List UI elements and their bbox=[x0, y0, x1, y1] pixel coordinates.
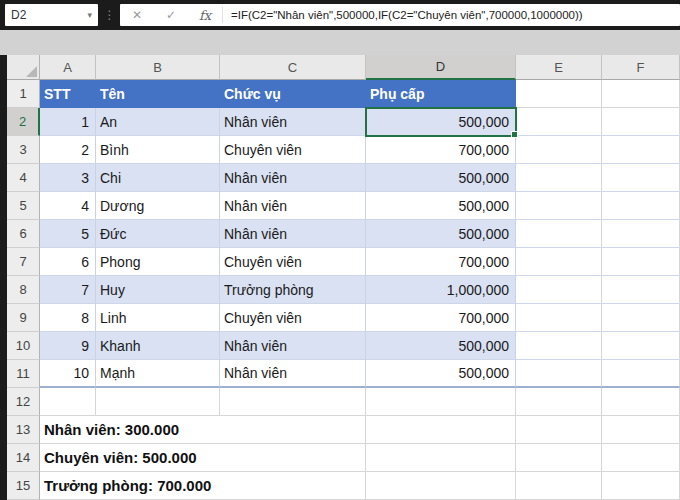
cell-A7[interactable]: 6 bbox=[40, 248, 96, 276]
cell-B1[interactable]: Tên bbox=[96, 80, 220, 108]
row-header-10[interactable]: 10 bbox=[7, 332, 40, 360]
cell-F11[interactable] bbox=[602, 360, 680, 388]
cell-D3[interactable]: 700,000 bbox=[366, 136, 516, 164]
cell-D9[interactable]: 700,000 bbox=[366, 304, 516, 332]
cell-C7[interactable]: Chuyên viên bbox=[220, 248, 366, 276]
cell-E2[interactable] bbox=[516, 108, 602, 136]
cell-E3[interactable] bbox=[516, 136, 602, 164]
cell-C4[interactable]: Nhân viên bbox=[220, 164, 366, 192]
cell-C2[interactable]: Nhân viên bbox=[220, 108, 366, 136]
cell-C6[interactable]: Nhân viên bbox=[220, 220, 366, 248]
cell-E1[interactable] bbox=[516, 80, 602, 108]
cell-B6[interactable]: Đức bbox=[96, 220, 220, 248]
cell-C10[interactable]: Nhân viên bbox=[220, 332, 366, 360]
cell-F15[interactable] bbox=[602, 472, 680, 500]
cell-B7[interactable]: Phong bbox=[96, 248, 220, 276]
row-header-12[interactable]: 12 bbox=[7, 388, 40, 416]
cell-A12[interactable] bbox=[40, 388, 96, 416]
cell-B4[interactable]: Chi bbox=[96, 164, 220, 192]
name-box[interactable]: D2 ▾ bbox=[5, 4, 98, 26]
column-header-C[interactable]: C bbox=[220, 55, 366, 80]
cancel-icon[interactable]: ✕ bbox=[120, 8, 154, 22]
cell-A6[interactable]: 5 bbox=[40, 220, 96, 248]
cell-C12[interactable] bbox=[220, 388, 366, 416]
cell-A14-note[interactable]: Chuyên viên: 500.000 bbox=[40, 444, 366, 472]
row-header-9[interactable]: 9 bbox=[7, 304, 40, 332]
enter-icon[interactable]: ✓ bbox=[154, 8, 188, 22]
row-header-3[interactable]: 3 bbox=[7, 136, 40, 164]
cell-D13[interactable] bbox=[366, 416, 516, 444]
row-header-13[interactable]: 13 bbox=[7, 416, 40, 444]
cell-A10[interactable]: 9 bbox=[40, 332, 96, 360]
cell-E4[interactable] bbox=[516, 164, 602, 192]
cell-A2[interactable]: 1 bbox=[40, 108, 96, 136]
cell-D15[interactable] bbox=[366, 472, 516, 500]
row-header-14[interactable]: 14 bbox=[7, 444, 40, 472]
cell-F12[interactable] bbox=[602, 388, 680, 416]
cell-A5[interactable]: 4 bbox=[40, 192, 96, 220]
cell-E14[interactable] bbox=[516, 444, 602, 472]
cell-B11[interactable]: Mạnh bbox=[96, 360, 220, 388]
cell-F5[interactable] bbox=[602, 192, 680, 220]
cell-D8[interactable]: 1,000,000 bbox=[366, 276, 516, 304]
cell-F7[interactable] bbox=[602, 248, 680, 276]
cell-A4[interactable]: 3 bbox=[40, 164, 96, 192]
cell-E7[interactable] bbox=[516, 248, 602, 276]
cell-A3[interactable]: 2 bbox=[40, 136, 96, 164]
cell-F9[interactable] bbox=[602, 304, 680, 332]
cell-D11[interactable]: 500,000 bbox=[366, 360, 516, 388]
row-header-5[interactable]: 5 bbox=[7, 192, 40, 220]
formula-input[interactable]: =IF(C2="Nhân viên",500000,IF(C2="Chuyên … bbox=[231, 9, 583, 21]
cell-D4[interactable]: 500,000 bbox=[366, 164, 516, 192]
column-header-A[interactable]: A bbox=[40, 55, 96, 80]
column-header-E[interactable]: E bbox=[516, 55, 602, 80]
cell-E5[interactable] bbox=[516, 192, 602, 220]
cell-D2-selected[interactable]: 500,000 bbox=[366, 108, 516, 136]
cell-A15-note[interactable]: Trưởng phòng: 700.000 bbox=[40, 472, 366, 500]
cell-B3[interactable]: Bình bbox=[96, 136, 220, 164]
cell-A9[interactable]: 8 bbox=[40, 304, 96, 332]
select-all-corner[interactable] bbox=[7, 55, 40, 80]
cell-E13[interactable] bbox=[516, 416, 602, 444]
cell-B2[interactable]: An bbox=[96, 108, 220, 136]
cell-A13-note[interactable]: Nhân viên: 300.000 bbox=[40, 416, 366, 444]
cell-D1[interactable]: Phụ cấp bbox=[366, 80, 516, 108]
cell-C11[interactable]: Nhân viên bbox=[220, 360, 366, 388]
row-header-7[interactable]: 7 bbox=[7, 248, 40, 276]
column-header-D[interactable]: D bbox=[366, 55, 516, 80]
cell-C8[interactable]: Trưởng phòng bbox=[220, 276, 366, 304]
row-header-11[interactable]: 11 bbox=[7, 360, 40, 388]
cell-B9[interactable]: Linh bbox=[96, 304, 220, 332]
cell-E12[interactable] bbox=[516, 388, 602, 416]
cell-A1[interactable]: STT bbox=[40, 80, 96, 108]
cell-E10[interactable] bbox=[516, 332, 602, 360]
cell-F6[interactable] bbox=[602, 220, 680, 248]
cell-F13[interactable] bbox=[602, 416, 680, 444]
cell-B10[interactable]: Khanh bbox=[96, 332, 220, 360]
cell-E6[interactable] bbox=[516, 220, 602, 248]
row-header-6[interactable]: 6 bbox=[7, 220, 40, 248]
row-header-4[interactable]: 4 bbox=[7, 164, 40, 192]
cell-C3[interactable]: Chuyên viên bbox=[220, 136, 366, 164]
cell-B5[interactable]: Dương bbox=[96, 192, 220, 220]
cell-E9[interactable] bbox=[516, 304, 602, 332]
insert-function-icon[interactable]: fx bbox=[188, 8, 222, 23]
column-header-F[interactable]: F bbox=[602, 55, 680, 80]
cell-F10[interactable] bbox=[602, 332, 680, 360]
row-header-1[interactable]: 1 bbox=[7, 80, 40, 108]
cell-D5[interactable]: 500,000 bbox=[366, 192, 516, 220]
name-box-dropdown-icon[interactable]: ▾ bbox=[87, 10, 92, 20]
cell-A11[interactable]: 10 bbox=[40, 360, 96, 388]
cell-F1[interactable] bbox=[602, 80, 680, 108]
cell-B12[interactable] bbox=[96, 388, 220, 416]
cell-C9[interactable]: Chuyên viên bbox=[220, 304, 366, 332]
cell-D10[interactable]: 500,000 bbox=[366, 332, 516, 360]
row-header-8[interactable]: 8 bbox=[7, 276, 40, 304]
cell-F4[interactable] bbox=[602, 164, 680, 192]
cell-E15[interactable] bbox=[516, 472, 602, 500]
cell-F8[interactable] bbox=[602, 276, 680, 304]
cell-D6[interactable]: 500,000 bbox=[366, 220, 516, 248]
cell-F2[interactable] bbox=[602, 108, 680, 136]
cell-D7[interactable]: 700,000 bbox=[366, 248, 516, 276]
cell-E11[interactable] bbox=[516, 360, 602, 388]
